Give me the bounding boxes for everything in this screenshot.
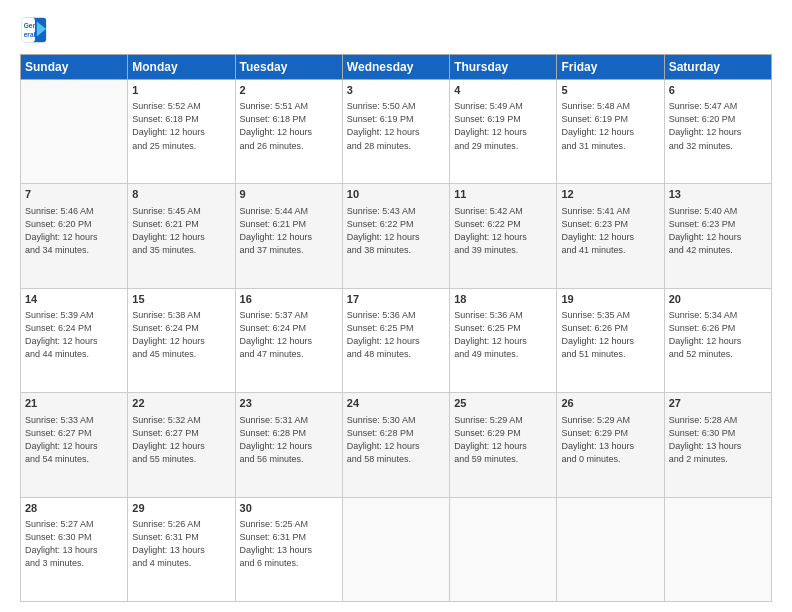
calendar-week-row: 7Sunrise: 5:46 AM Sunset: 6:20 PM Daylig… [21, 184, 772, 288]
day-number: 18 [454, 292, 552, 307]
calendar-cell [664, 497, 771, 601]
calendar-cell: 19Sunrise: 5:35 AM Sunset: 6:26 PM Dayli… [557, 288, 664, 392]
calendar-week-row: 1Sunrise: 5:52 AM Sunset: 6:18 PM Daylig… [21, 80, 772, 184]
column-header-wednesday: Wednesday [342, 55, 449, 80]
calendar-cell: 17Sunrise: 5:36 AM Sunset: 6:25 PM Dayli… [342, 288, 449, 392]
calendar-cell: 22Sunrise: 5:32 AM Sunset: 6:27 PM Dayli… [128, 393, 235, 497]
calendar-cell: 12Sunrise: 5:41 AM Sunset: 6:23 PM Dayli… [557, 184, 664, 288]
calendar-cell: 25Sunrise: 5:29 AM Sunset: 6:29 PM Dayli… [450, 393, 557, 497]
logo: Gen eral [20, 16, 52, 44]
calendar-week-row: 14Sunrise: 5:39 AM Sunset: 6:24 PM Dayli… [21, 288, 772, 392]
calendar-header-row: SundayMondayTuesdayWednesdayThursdayFrid… [21, 55, 772, 80]
calendar-cell [450, 497, 557, 601]
svg-text:eral: eral [24, 31, 36, 38]
day-number: 8 [132, 187, 230, 202]
calendar-cell [557, 497, 664, 601]
day-content: Sunrise: 5:33 AM Sunset: 6:27 PM Dayligh… [25, 414, 123, 466]
day-number: 5 [561, 83, 659, 98]
day-number: 6 [669, 83, 767, 98]
day-content: Sunrise: 5:47 AM Sunset: 6:20 PM Dayligh… [669, 100, 767, 152]
calendar-cell: 13Sunrise: 5:40 AM Sunset: 6:23 PM Dayli… [664, 184, 771, 288]
day-content: Sunrise: 5:25 AM Sunset: 6:31 PM Dayligh… [240, 518, 338, 570]
day-content: Sunrise: 5:37 AM Sunset: 6:24 PM Dayligh… [240, 309, 338, 361]
calendar-cell: 10Sunrise: 5:43 AM Sunset: 6:22 PM Dayli… [342, 184, 449, 288]
calendar-cell: 2Sunrise: 5:51 AM Sunset: 6:18 PM Daylig… [235, 80, 342, 184]
column-header-sunday: Sunday [21, 55, 128, 80]
day-content: Sunrise: 5:30 AM Sunset: 6:28 PM Dayligh… [347, 414, 445, 466]
calendar-cell: 11Sunrise: 5:42 AM Sunset: 6:22 PM Dayli… [450, 184, 557, 288]
calendar-cell: 27Sunrise: 5:28 AM Sunset: 6:30 PM Dayli… [664, 393, 771, 497]
day-number: 20 [669, 292, 767, 307]
day-content: Sunrise: 5:35 AM Sunset: 6:26 PM Dayligh… [561, 309, 659, 361]
calendar-cell: 16Sunrise: 5:37 AM Sunset: 6:24 PM Dayli… [235, 288, 342, 392]
calendar-cell: 21Sunrise: 5:33 AM Sunset: 6:27 PM Dayli… [21, 393, 128, 497]
day-number: 23 [240, 396, 338, 411]
day-number: 26 [561, 396, 659, 411]
day-number: 11 [454, 187, 552, 202]
calendar-cell: 24Sunrise: 5:30 AM Sunset: 6:28 PM Dayli… [342, 393, 449, 497]
day-number: 25 [454, 396, 552, 411]
day-number: 17 [347, 292, 445, 307]
calendar-cell: 1Sunrise: 5:52 AM Sunset: 6:18 PM Daylig… [128, 80, 235, 184]
calendar-cell: 8Sunrise: 5:45 AM Sunset: 6:21 PM Daylig… [128, 184, 235, 288]
day-content: Sunrise: 5:32 AM Sunset: 6:27 PM Dayligh… [132, 414, 230, 466]
calendar-cell: 23Sunrise: 5:31 AM Sunset: 6:28 PM Dayli… [235, 393, 342, 497]
calendar-week-row: 21Sunrise: 5:33 AM Sunset: 6:27 PM Dayli… [21, 393, 772, 497]
day-number: 22 [132, 396, 230, 411]
day-content: Sunrise: 5:27 AM Sunset: 6:30 PM Dayligh… [25, 518, 123, 570]
calendar-cell [342, 497, 449, 601]
calendar-week-row: 28Sunrise: 5:27 AM Sunset: 6:30 PM Dayli… [21, 497, 772, 601]
day-number: 16 [240, 292, 338, 307]
calendar-cell: 28Sunrise: 5:27 AM Sunset: 6:30 PM Dayli… [21, 497, 128, 601]
day-content: Sunrise: 5:48 AM Sunset: 6:19 PM Dayligh… [561, 100, 659, 152]
day-content: Sunrise: 5:39 AM Sunset: 6:24 PM Dayligh… [25, 309, 123, 361]
day-content: Sunrise: 5:40 AM Sunset: 6:23 PM Dayligh… [669, 205, 767, 257]
day-content: Sunrise: 5:52 AM Sunset: 6:18 PM Dayligh… [132, 100, 230, 152]
calendar-cell [21, 80, 128, 184]
day-content: Sunrise: 5:49 AM Sunset: 6:19 PM Dayligh… [454, 100, 552, 152]
calendar-table: SundayMondayTuesdayWednesdayThursdayFrid… [20, 54, 772, 602]
calendar-cell: 20Sunrise: 5:34 AM Sunset: 6:26 PM Dayli… [664, 288, 771, 392]
day-content: Sunrise: 5:36 AM Sunset: 6:25 PM Dayligh… [454, 309, 552, 361]
day-content: Sunrise: 5:34 AM Sunset: 6:26 PM Dayligh… [669, 309, 767, 361]
calendar-cell: 3Sunrise: 5:50 AM Sunset: 6:19 PM Daylig… [342, 80, 449, 184]
day-number: 21 [25, 396, 123, 411]
calendar-cell: 4Sunrise: 5:49 AM Sunset: 6:19 PM Daylig… [450, 80, 557, 184]
svg-text:Gen: Gen [24, 22, 37, 29]
day-number: 15 [132, 292, 230, 307]
day-content: Sunrise: 5:51 AM Sunset: 6:18 PM Dayligh… [240, 100, 338, 152]
calendar-cell: 6Sunrise: 5:47 AM Sunset: 6:20 PM Daylig… [664, 80, 771, 184]
header: Gen eral [20, 16, 772, 44]
calendar-cell: 18Sunrise: 5:36 AM Sunset: 6:25 PM Dayli… [450, 288, 557, 392]
day-number: 4 [454, 83, 552, 98]
day-content: Sunrise: 5:45 AM Sunset: 6:21 PM Dayligh… [132, 205, 230, 257]
column-header-thursday: Thursday [450, 55, 557, 80]
day-content: Sunrise: 5:50 AM Sunset: 6:19 PM Dayligh… [347, 100, 445, 152]
day-number: 1 [132, 83, 230, 98]
day-number: 27 [669, 396, 767, 411]
column-header-monday: Monday [128, 55, 235, 80]
calendar-cell: 29Sunrise: 5:26 AM Sunset: 6:31 PM Dayli… [128, 497, 235, 601]
day-content: Sunrise: 5:42 AM Sunset: 6:22 PM Dayligh… [454, 205, 552, 257]
calendar-cell: 9Sunrise: 5:44 AM Sunset: 6:21 PM Daylig… [235, 184, 342, 288]
column-header-friday: Friday [557, 55, 664, 80]
page: Gen eral SundayMondayTuesdayWednesdayThu… [0, 0, 792, 612]
day-number: 30 [240, 501, 338, 516]
day-number: 7 [25, 187, 123, 202]
calendar-cell: 14Sunrise: 5:39 AM Sunset: 6:24 PM Dayli… [21, 288, 128, 392]
day-content: Sunrise: 5:46 AM Sunset: 6:20 PM Dayligh… [25, 205, 123, 257]
day-content: Sunrise: 5:31 AM Sunset: 6:28 PM Dayligh… [240, 414, 338, 466]
day-number: 3 [347, 83, 445, 98]
day-number: 28 [25, 501, 123, 516]
column-header-saturday: Saturday [664, 55, 771, 80]
day-number: 9 [240, 187, 338, 202]
day-content: Sunrise: 5:44 AM Sunset: 6:21 PM Dayligh… [240, 205, 338, 257]
day-number: 12 [561, 187, 659, 202]
calendar-cell: 15Sunrise: 5:38 AM Sunset: 6:24 PM Dayli… [128, 288, 235, 392]
logo-icon: Gen eral [20, 16, 48, 44]
calendar-cell: 30Sunrise: 5:25 AM Sunset: 6:31 PM Dayli… [235, 497, 342, 601]
day-number: 10 [347, 187, 445, 202]
calendar-cell: 5Sunrise: 5:48 AM Sunset: 6:19 PM Daylig… [557, 80, 664, 184]
day-content: Sunrise: 5:29 AM Sunset: 6:29 PM Dayligh… [561, 414, 659, 466]
day-content: Sunrise: 5:28 AM Sunset: 6:30 PM Dayligh… [669, 414, 767, 466]
